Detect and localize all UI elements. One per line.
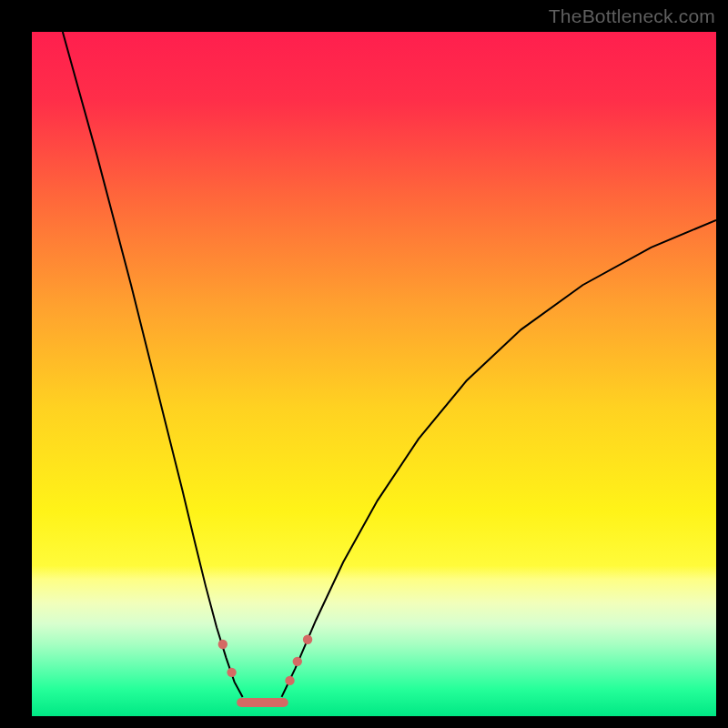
data-marker [285, 676, 294, 685]
series-right-curve [281, 220, 716, 697]
data-marker [227, 668, 236, 677]
curves-layer [32, 32, 716, 716]
chart-frame: TheBottleneck.com [0, 0, 728, 728]
data-marker [293, 657, 302, 666]
series-left-curve [63, 32, 243, 697]
watermark-text: TheBottleneck.com [549, 5, 715, 27]
data-marker [303, 635, 312, 644]
plot-area [32, 32, 716, 716]
data-marker [218, 640, 228, 649]
